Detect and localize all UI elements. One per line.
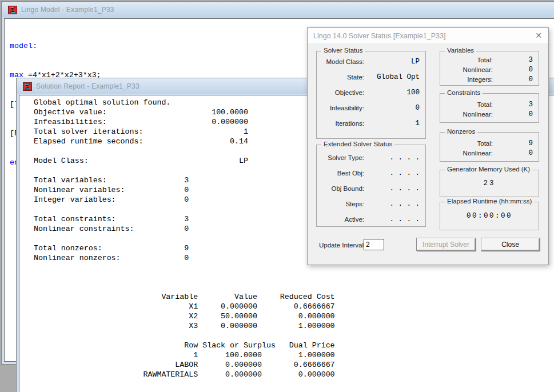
- field-row: Nonlinear:0: [440, 65, 539, 74]
- lingo-model-titlebar[interactable]: Lingo Model - Example1_P33: [2, 2, 554, 18]
- field-value: . . . .: [364, 200, 420, 208]
- field-value: Global Opt: [364, 73, 420, 81]
- lingo-app-icon: [8, 6, 17, 14]
- field-row: Model Class:LP: [317, 54, 425, 69]
- field-row: Nonlinear:0: [440, 109, 539, 119]
- nonzeros-group: Nonzeros Total:9Nonlinear:0: [440, 132, 539, 162]
- report-line: [25, 282, 554, 292]
- field-label: Best Obj:: [321, 170, 364, 177]
- update-interval-label: Update Interval:: [319, 242, 365, 249]
- field-value: 0: [493, 110, 533, 118]
- elapsed-runtime-group: Elapsed Runtime (hh:mm:ss) 00:00:00: [440, 202, 539, 230]
- field-value: 0: [493, 75, 533, 83]
- extended-solver-status-group: Extended Solver Status Solver Type:. . .…: [316, 145, 426, 227]
- lingo-workspace: Lingo Model - Example1_P33 model: max =4…: [0, 0, 554, 392]
- extended-status-fields: Solver Type:. . . .Best Obj:. . . .Obj B…: [317, 145, 425, 227]
- field-label: Objective:: [321, 89, 364, 96]
- field-value: 0: [364, 104, 420, 112]
- field-label: Total:: [445, 140, 493, 147]
- field-label: Solver Type:: [321, 154, 364, 161]
- close-icon[interactable]: ✕: [529, 28, 548, 43]
- report-line: 1 100.0000 1.000000: [25, 350, 554, 360]
- field-value: 3: [493, 56, 533, 64]
- field-label: Active:: [321, 216, 364, 223]
- field-label: Integers:: [445, 76, 493, 83]
- field-row: Integers:0: [440, 74, 539, 84]
- report-line: Row Slack or Surplus Dual Price: [25, 341, 554, 350]
- variables-fields: Total:3Nonlinear:0Integers:0: [440, 51, 539, 84]
- field-row: Total:9: [440, 138, 539, 148]
- field-value: 100: [364, 89, 420, 97]
- field-value: . . . .: [364, 169, 420, 177]
- field-label: Infeasibility:: [321, 105, 364, 111]
- field-row: Steps:. . . .: [317, 196, 425, 211]
- group-label: Solver Status: [321, 47, 365, 54]
- field-row: Obj Bound:. . . .: [317, 181, 425, 196]
- field-value: 9: [493, 139, 533, 147]
- report-line: [25, 331, 554, 341]
- field-label: Nonlinear:: [445, 66, 493, 73]
- field-value: 1: [364, 119, 420, 127]
- field-value: 0: [493, 149, 533, 157]
- field-value: . . . .: [364, 154, 420, 162]
- update-interval-input[interactable]: [364, 239, 384, 250]
- group-label: Extended Solver Status: [321, 141, 394, 147]
- field-value: . . . .: [364, 185, 420, 193]
- report-line: RAWMATERIALS 0.000000 0.000000: [25, 370, 554, 379]
- field-row: Total:3: [440, 99, 539, 109]
- close-button[interactable]: Close: [481, 238, 540, 251]
- solver-status-group: Solver Status Model Class:LPState:Global…: [316, 51, 426, 139]
- group-label: Variables: [445, 47, 476, 54]
- field-value: . . . .: [364, 215, 420, 223]
- field-row: Nonlinear:0: [440, 148, 539, 158]
- field-label: Nonlinear:: [445, 150, 493, 157]
- lingo-app-icon: [23, 82, 32, 91]
- field-label: Total:: [445, 57, 493, 63]
- nonzeros-fields: Total:9Nonlinear:0: [440, 133, 539, 158]
- field-row: State:Global Opt: [317, 69, 425, 85]
- report-line: [25, 273, 554, 282]
- report-line: X2 50.00000 0.000000: [25, 311, 554, 321]
- constraints-fields: Total:3Nonlinear:0: [440, 94, 539, 119]
- field-value: 0: [493, 66, 533, 74]
- field-row: Best Obj:. . . .: [317, 165, 425, 181]
- field-label: State:: [321, 74, 364, 81]
- field-row: Infeasibility:0: [317, 100, 425, 115]
- dialog-titlebar[interactable]: Lingo 14.0 Solver Status [Example1_P33] …: [308, 28, 548, 44]
- interrupt-solver-button[interactable]: Interrupt Solver: [416, 238, 476, 251]
- field-label: Nonlinear:: [445, 111, 493, 118]
- solver-status-dialog: Lingo 14.0 Solver Status [Example1_P33] …: [307, 27, 549, 265]
- dialog-title: Lingo 14.0 Solver Status [Example1_P33]: [308, 32, 529, 40]
- code-keyword: model:: [10, 42, 37, 50]
- field-label: Iterations:: [321, 120, 364, 127]
- variables-group: Variables Total:3Nonlinear:0Integers:0: [440, 51, 539, 86]
- field-value: LP: [364, 58, 420, 66]
- field-value: 3: [493, 101, 533, 109]
- solution-report-title: Solution Report - Example1_P33: [36, 82, 140, 90]
- report-line: LABOR 0.000000 0.6666667: [25, 360, 554, 370]
- field-row: Total:3: [440, 55, 539, 65]
- solver-status-fields: Model Class:LPState:Global OptObjective:…: [317, 51, 425, 131]
- field-row: Active:. . . .: [317, 211, 425, 227]
- lingo-model-title: Lingo Model - Example1_P33: [21, 6, 114, 14]
- field-label: Obj Bound:: [321, 185, 364, 192]
- field-label: Model Class:: [321, 58, 364, 65]
- generator-memory-value: 23: [440, 170, 539, 197]
- group-label: Constraints: [445, 89, 483, 96]
- field-row: Objective:100: [317, 85, 425, 100]
- constraints-group: Constraints Total:3Nonlinear:0: [440, 93, 539, 123]
- generator-memory-group: Generator Memory Used (K) 23: [440, 170, 539, 197]
- report-line: X3 0.000000 1.000000: [25, 321, 554, 331]
- field-row: Solver Type:. . . .: [317, 150, 425, 165]
- field-label: Steps:: [321, 201, 364, 207]
- field-row: Iterations:1: [317, 115, 425, 131]
- group-label: Nonzeros: [445, 128, 477, 135]
- report-line: X1 0.000000 0.6666667: [25, 302, 554, 311]
- field-label: Total:: [445, 101, 493, 108]
- report-line: Variable Value Reduced Cost: [25, 292, 554, 302]
- elapsed-runtime-value: 00:00:00: [440, 202, 539, 230]
